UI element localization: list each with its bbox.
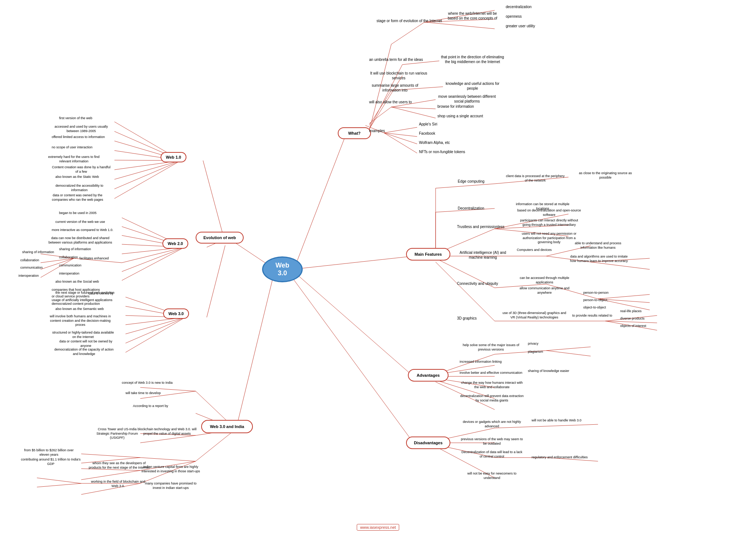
svg-line-34 (114, 161, 181, 179)
india-blockchain: blockchain technology and Web 3.0. will … (137, 427, 197, 436)
what-decentralization: decentralization (506, 4, 532, 9)
dis-newcomers: will not be easy for newcomers to unders… (460, 472, 524, 480)
3d-products: diverse products (620, 317, 645, 321)
web2-current: current version of the web we use (55, 220, 105, 224)
ai-algorithms: data and algorithms are used to imitate … (568, 255, 629, 263)
web1-democratized: democratized the accessibility to inform… (48, 184, 111, 192)
svg-line-82 (605, 321, 657, 323)
main-features-branch: Main Features (406, 248, 450, 261)
svg-line-35 (114, 161, 181, 189)
what-greater-utility: greater user utility (506, 24, 535, 28)
3d-provide: to provide results related to (572, 314, 612, 318)
adv-change: change the way how humans interact with … (460, 381, 524, 389)
web1-offered: offered limited access to information (52, 135, 105, 139)
web2-facilitates: facilitates enhanced (79, 256, 109, 261)
connectivity: Connectivity and ubiquity (457, 281, 498, 286)
what-branch: What? (338, 127, 371, 139)
svg-line-5 (236, 277, 273, 428)
web1-content: Content creation was done by a handful o… (52, 165, 111, 174)
dis-handle: will not be able to handle Web 3.0 (532, 418, 581, 423)
web2-comm: communication (59, 263, 82, 268)
web2-enh-collab: collaboration (20, 258, 39, 263)
india-companies: many companies have promised to invest i… (140, 482, 201, 490)
india-concept: concept of Web 3.0 is new to India (122, 381, 172, 385)
ai-computers: Computers and devices (517, 248, 552, 252)
svg-line-108 (196, 432, 233, 461)
svg-line-23 (384, 133, 417, 144)
svg-line-7 (391, 22, 425, 44)
trustless-decen: based on decentralization and open-sourc… (517, 208, 581, 217)
india-vc: Indian venture capital firms are highly … (140, 465, 201, 473)
web3-evo-node: Web 3.0 (163, 308, 189, 319)
what-nft: NFTs or non-fungible tokens (419, 149, 465, 154)
dis-previous: previous versions of the web may seem to… (460, 437, 524, 446)
what-wolfram: Wolfram Alpha, etc (419, 140, 450, 145)
svg-line-36 (114, 161, 181, 199)
disadvantages-branch: Disadvantages (406, 437, 450, 449)
svg-line-16 (369, 107, 391, 124)
watermark: www.iasexpress.net (357, 524, 399, 531)
web2-enh-comm: communication (20, 266, 43, 270)
what-facebook: Facebook (419, 131, 435, 136)
web2-social: also known as the Social web (55, 280, 99, 284)
web3-evo-ai: usage of artificially intelligent applic… (52, 298, 113, 303)
3d-use: use of 3D (three-dimensional) graphics a… (502, 311, 567, 320)
svg-line-102 (140, 387, 196, 391)
svg-line-2 (295, 256, 413, 269)
what-core-concepts: where the web/Internet will be based on … (443, 11, 502, 21)
adv-privacy: privacy (528, 342, 539, 346)
svg-line-27 (207, 245, 225, 317)
india-time: will take time to develop (126, 391, 161, 396)
web2-democ: democratized content production (52, 302, 100, 306)
adv-helpsolve: help solve some of the major issues of p… (460, 343, 522, 352)
mind-map: Web 3.0 What? stage or form of evolution… (0, 0, 756, 538)
conn-obj2obj: object-to-object (583, 306, 606, 310)
what-browse: browse for information (437, 104, 474, 109)
dis-decen: Decentralization of data will lead to a … (460, 450, 524, 459)
svg-line-21 (384, 127, 417, 133)
svg-line-118 (37, 483, 81, 487)
advantages-branch: Advantages (408, 369, 449, 382)
svg-line-54 (126, 317, 185, 334)
connectivity-allow: allow communication anytime and anywhere (513, 286, 576, 295)
svg-line-3 (295, 273, 413, 376)
connectivity-apps: can be accessed through multiple applica… (513, 276, 576, 284)
svg-line-14 (369, 90, 391, 125)
svg-line-95 (546, 424, 598, 426)
svg-line-86 (546, 347, 591, 351)
decentralization: Decentralization (458, 206, 484, 211)
web3-india-branch: Web 3.0 and India (201, 420, 253, 433)
svg-line-22 (384, 133, 417, 137)
svg-line-44 (122, 247, 185, 280)
what-siri: Apple's Siri (419, 122, 437, 127)
center-node: Web 3.0 (262, 256, 303, 282)
india-working: working in the field of blockchain and W… (89, 480, 148, 488)
india-according: According to a report by (133, 404, 168, 408)
svg-line-87 (546, 351, 591, 356)
what-allow-users: will also allow the users to (369, 100, 412, 104)
web1-data: data or content was owned by the compani… (44, 193, 111, 202)
svg-line-117 (37, 478, 81, 483)
svg-line-25 (203, 161, 223, 236)
web2-interactive: more interactive as compared to Web 1.0. (52, 228, 113, 232)
adv-sharing: sharing of knowledge easier (528, 369, 569, 373)
what-umbrella-desc: that point in the direction of eliminati… (439, 55, 506, 64)
what-knowledge: knowledge and useful actions for people (443, 81, 502, 91)
web2-enh-sharing: sharing of information (22, 250, 54, 255)
web3-evo-next: the next stage or future of web evolutio… (55, 291, 114, 295)
web2-collab: collaboration (59, 255, 78, 260)
connection-lines (0, 0, 756, 538)
web3-evo-structured: structured or highly-tailored data avail… (52, 331, 114, 339)
svg-line-55 (126, 317, 185, 343)
svg-line-109 (140, 458, 196, 461)
what-openness: openness (506, 14, 522, 19)
svg-line-56 (126, 317, 185, 352)
trustless: Trustless and permissionless (457, 224, 505, 229)
svg-line-43 (122, 247, 185, 272)
adv-better: involve better and effective communicati… (460, 371, 522, 375)
adv-info: increased information linking (460, 360, 502, 364)
svg-line-78 (436, 262, 495, 321)
svg-line-19 (391, 107, 436, 118)
3d-graphics: 3D graphics (457, 316, 477, 321)
dis-regulatory: regulatory and enforcement difficulties (532, 455, 588, 460)
